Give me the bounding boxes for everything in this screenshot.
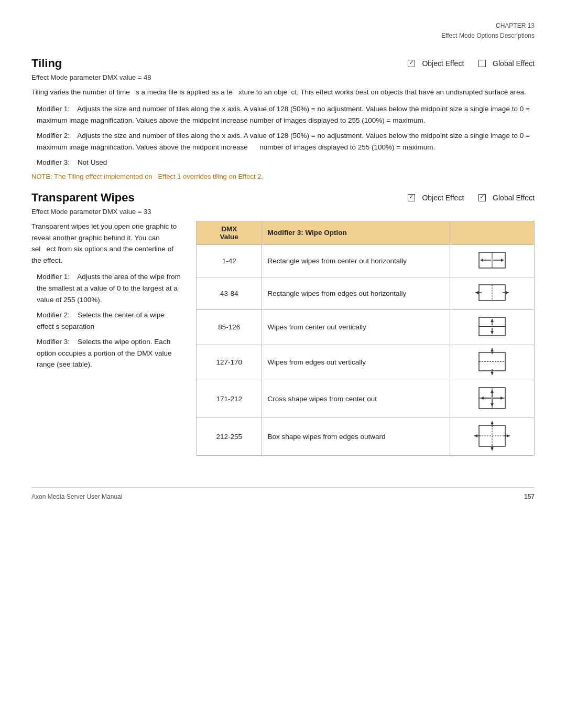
wipe-table: DMXValue Modifier 3: Wipe Option 1-42 Re… bbox=[196, 221, 535, 456]
tiling-badges: Object Effect Global Effect bbox=[408, 59, 535, 68]
tiling-object-effect-checkbox bbox=[408, 60, 415, 67]
dmx-value: 212-255 bbox=[197, 417, 262, 455]
dmx-value: 171-212 bbox=[197, 380, 262, 417]
wipe-visual bbox=[450, 309, 534, 345]
table-row: 43-84 Rectangle wipes from edges out hor… bbox=[197, 277, 535, 309]
wipe-description: Wipes from edges out vertically bbox=[262, 345, 450, 380]
wipe-description: Cross shape wipes from center out bbox=[262, 380, 450, 417]
tiling-note: NOTE: The Tiling effect implemented on E… bbox=[31, 173, 535, 180]
tw-left-text1: Transparent wipes let you open one graph… bbox=[31, 221, 183, 266]
tiling-body1: Tiling varies the number of time s a med… bbox=[31, 87, 535, 98]
tiling-modifier2: Modifier 2: Adjusts the size and number … bbox=[31, 130, 535, 153]
dmx-value: 85-126 bbox=[197, 309, 262, 345]
tiling-section-header: Tiling Object Effect Global Effect bbox=[31, 57, 535, 70]
tw-modifier1: Modifier 1: Adjusts the area of the wipe… bbox=[31, 271, 183, 305]
svg-marker-5 bbox=[501, 259, 504, 262]
svg-marker-28 bbox=[481, 397, 484, 400]
table-row: 171-212 Cross shape wipes from center ou… bbox=[197, 380, 535, 417]
svg-marker-39 bbox=[474, 434, 477, 437]
transparent-wipes-section-header: Transparent Wipes Object Effect Global E… bbox=[31, 191, 535, 205]
wipe-visual bbox=[450, 380, 534, 417]
wipe-description: Rectangle wipes from edges out horizonta… bbox=[262, 277, 450, 309]
svg-marker-43 bbox=[491, 421, 494, 424]
table-header-modifier: Modifier 3: Wipe Option bbox=[262, 221, 450, 244]
table-row: 127-170 Wipes from edges out vertically bbox=[197, 345, 535, 380]
transparent-wipes-badges: Object Effect Global Effect bbox=[408, 194, 535, 202]
table-row: 85-126 Wipes from center out vertically bbox=[197, 309, 535, 345]
tw-modifier2: Modifier 2: Selects the center of a wipe… bbox=[31, 309, 183, 332]
wipe-visual bbox=[450, 345, 534, 380]
tiling-global-effect-checkbox bbox=[478, 60, 486, 67]
tiling-object-effect-label: Object Effect bbox=[422, 59, 464, 68]
chapter-subtitle: Effect Mode Options Descriptions bbox=[31, 31, 535, 41]
svg-marker-3 bbox=[481, 259, 483, 262]
transparent-wipes-content: Transparent wipes let you open one graph… bbox=[31, 221, 535, 456]
tiling-title: Tiling bbox=[31, 57, 62, 70]
wipe-description: Box shape wipes from edges outward bbox=[262, 417, 450, 455]
table-header-vis bbox=[450, 221, 534, 244]
footer-left: Axon Media Server User Manual bbox=[31, 493, 122, 500]
tiling-effect-mode: Effect Mode parameter DMX value = 48 bbox=[31, 73, 535, 81]
wipe-visual bbox=[450, 277, 534, 309]
chapter-label: CHAPTER 13 bbox=[31, 21, 535, 31]
chapter-header: CHAPTER 13 Effect Mode Options Descripti… bbox=[31, 21, 535, 41]
tiling-global-effect-label: Global Effect bbox=[493, 59, 535, 68]
svg-marker-21 bbox=[491, 348, 494, 351]
wipe-description: Wipes from center out vertically bbox=[262, 309, 450, 345]
dmx-value: 127-170 bbox=[197, 345, 262, 380]
wipe-visual bbox=[450, 244, 534, 277]
svg-marker-45 bbox=[491, 447, 494, 451]
svg-marker-10 bbox=[506, 291, 509, 294]
table-row: 1-42 Rectangle wipes from center out hor… bbox=[197, 244, 535, 277]
tiling-modifier1: Modifier 1: Adjusts the size and number … bbox=[31, 103, 535, 126]
page-footer: Axon Media Server User Manual 157 bbox=[31, 487, 535, 500]
table-header-dmx: DMXValue bbox=[197, 221, 262, 244]
tw-modifier3: Modifier 3: Selects the wipe option. Eac… bbox=[31, 336, 183, 370]
svg-marker-32 bbox=[491, 390, 494, 393]
svg-marker-15 bbox=[491, 319, 494, 322]
footer-page-number: 157 bbox=[524, 493, 535, 500]
svg-marker-30 bbox=[500, 397, 504, 400]
tw-global-effect-checkbox bbox=[478, 194, 486, 201]
dmx-value: 1-42 bbox=[197, 244, 262, 277]
svg-marker-23 bbox=[491, 372, 494, 375]
tiling-modifier3: Modifier 3: Not Used bbox=[31, 157, 535, 168]
svg-marker-8 bbox=[475, 291, 478, 294]
table-row: 212-255 Box shape wipes from edges outwa… bbox=[197, 417, 535, 455]
svg-marker-34 bbox=[491, 403, 494, 406]
dmx-value: 43-84 bbox=[197, 277, 262, 309]
tw-right-column: DMXValue Modifier 3: Wipe Option 1-42 Re… bbox=[196, 221, 535, 456]
svg-marker-17 bbox=[491, 331, 494, 334]
wipe-visual bbox=[450, 417, 534, 455]
tw-left-column: Transparent wipes let you open one graph… bbox=[31, 221, 183, 456]
tw-object-effect-label: Object Effect bbox=[422, 194, 464, 202]
tw-global-effect-label: Global Effect bbox=[493, 194, 535, 202]
tw-object-effect-checkbox bbox=[408, 194, 415, 201]
transparent-wipes-title: Transparent Wipes bbox=[31, 191, 135, 205]
wipe-description: Rectangle wipes from center out horizont… bbox=[262, 244, 450, 277]
tw-effect-mode: Effect Mode parameter DMX value = 33 bbox=[31, 208, 535, 216]
svg-marker-41 bbox=[507, 434, 510, 437]
